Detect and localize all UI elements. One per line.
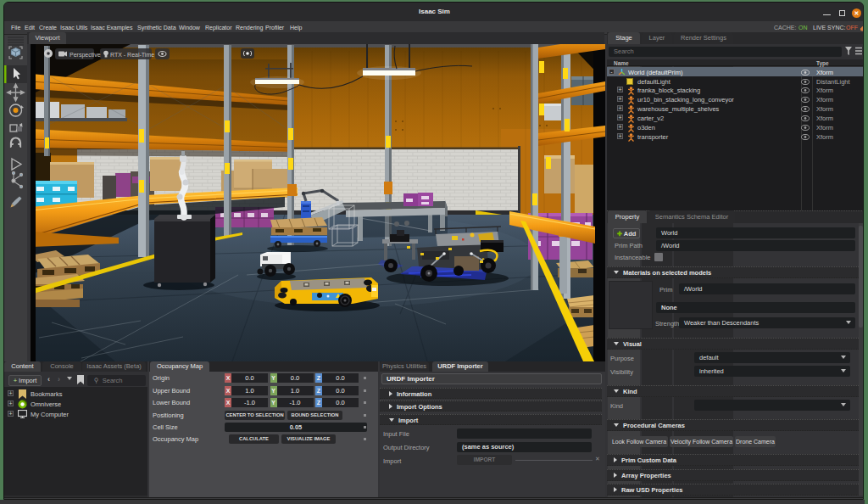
svg-text:RTX - Real-Time: RTX - Real-Time bbox=[110, 52, 154, 58]
svg-text:Perspective: Perspective bbox=[70, 52, 101, 59]
